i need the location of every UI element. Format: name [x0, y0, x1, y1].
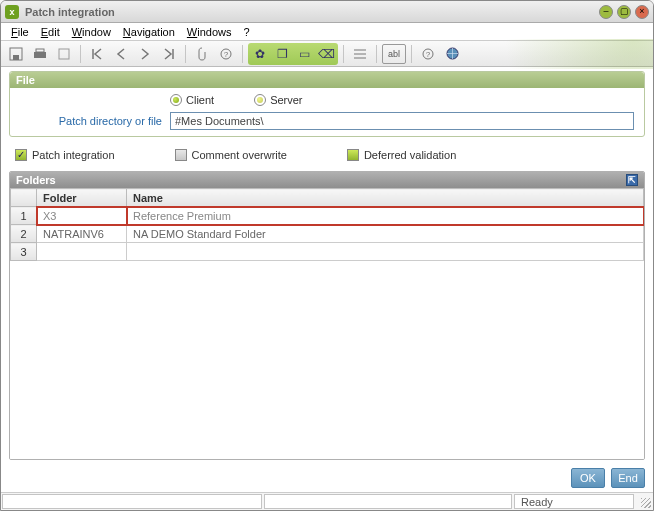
svg-rect-1 — [13, 55, 19, 60]
globe-icon[interactable] — [441, 44, 463, 64]
toolbar-active-group: ✿ ❐ ▭ ⌫ — [248, 43, 338, 65]
save-icon[interactable] — [5, 44, 27, 64]
minimize-button[interactable]: – — [599, 5, 613, 19]
col-folder[interactable]: Folder — [37, 189, 127, 207]
ok-button[interactable]: OK — [571, 468, 605, 488]
last-icon[interactable] — [158, 44, 180, 64]
radio-client-label: Client — [186, 94, 214, 106]
check-deferred-validation[interactable]: Deferred validation — [347, 149, 456, 161]
folders-panel: Folders ⇱ Folder Name 1 X3 — [9, 171, 645, 460]
svg-rect-3 — [36, 49, 44, 52]
next-icon[interactable] — [134, 44, 156, 64]
radio-client[interactable]: Client — [170, 94, 214, 106]
svg-text:?: ? — [224, 50, 229, 59]
col-name[interactable]: Name — [127, 189, 644, 207]
footer: OK End — [1, 464, 653, 492]
titlebar: x Patch integration – ▢ × — [1, 1, 653, 23]
checkbox-checked-icon — [347, 149, 359, 161]
list-icon[interactable] — [349, 44, 371, 64]
cell-name[interactable] — [127, 243, 644, 261]
info-help-icon[interactable]: ? — [417, 44, 439, 64]
close-button[interactable]: × — [635, 5, 649, 19]
path-input[interactable] — [170, 112, 634, 130]
menu-file[interactable]: File — [7, 25, 33, 39]
app-icon: x — [5, 5, 19, 19]
table-row[interactable]: 3 — [11, 243, 644, 261]
table-row[interactable]: 1 X3 Reference Premium — [11, 207, 644, 225]
menu-window[interactable]: Window — [68, 25, 115, 39]
help-icon[interactable]: ? — [215, 44, 237, 64]
checkbox-unchecked-icon — [175, 149, 187, 161]
status-left — [2, 494, 262, 509]
cell-folder[interactable]: NATRAINV6 — [37, 225, 127, 243]
status-ready: Ready — [514, 494, 634, 509]
checkbox-checked-icon: ✓ — [15, 149, 27, 161]
radio-server[interactable]: Server — [254, 94, 302, 106]
folders-panel-header: Folders ⇱ — [10, 172, 644, 188]
status-mid — [264, 494, 512, 509]
export-icon[interactable] — [53, 44, 75, 64]
folders-grid-wrap: Folder Name 1 X3 Reference Premium 2 NAT… — [10, 188, 644, 459]
print-icon[interactable] — [29, 44, 51, 64]
menu-navigation[interactable]: Navigation — [119, 25, 179, 39]
toolbar: ? ✿ ❐ ▭ ⌫ abl ? — [1, 41, 653, 67]
file-panel-header: File — [10, 72, 644, 88]
check-comment-overwrite[interactable]: Comment overwrite — [175, 149, 287, 161]
radio-dot-unchecked-icon — [254, 94, 266, 106]
window-buttons: – ▢ × — [599, 5, 649, 19]
window-stack-icon[interactable]: ❐ — [271, 44, 293, 64]
statusbar: Ready — [1, 492, 653, 510]
folders-grid: Folder Name 1 X3 Reference Premium 2 NAT… — [10, 188, 644, 261]
destination-radio-group: Client Server — [170, 94, 634, 106]
first-icon[interactable] — [86, 44, 108, 64]
grid-header-row: Folder Name — [11, 189, 644, 207]
table-row[interactable]: 2 NATRAINV6 NA DEMO Standard Folder — [11, 225, 644, 243]
radio-server-label: Server — [270, 94, 302, 106]
radio-dot-checked-icon — [170, 94, 182, 106]
document-icon[interactable]: ▭ — [293, 44, 315, 64]
check-patch-integration[interactable]: ✓ Patch integration — [15, 149, 115, 161]
menu-edit[interactable]: Edit — [37, 25, 64, 39]
col-rownum[interactable] — [11, 189, 37, 207]
clover-icon[interactable]: ✿ — [249, 44, 271, 64]
path-label: Patch directory or file — [20, 115, 170, 127]
maximize-button[interactable]: ▢ — [617, 5, 631, 19]
cell-name[interactable]: Reference Premium — [127, 207, 644, 225]
path-row: Patch directory or file — [20, 112, 634, 130]
file-panel: File Client Server Patch directory or fi… — [9, 71, 645, 137]
svg-rect-2 — [34, 52, 46, 58]
cell-name[interactable]: NA DEMO Standard Folder — [127, 225, 644, 243]
prev-icon[interactable] — [110, 44, 132, 64]
content-area: File Client Server Patch directory or fi… — [1, 67, 653, 464]
cell-folder[interactable]: X3 — [37, 207, 127, 225]
window-title: Patch integration — [25, 6, 599, 18]
options-row: ✓ Patch integration Comment overwrite De… — [9, 145, 645, 165]
attach-icon[interactable] — [191, 44, 213, 64]
svg-rect-4 — [59, 49, 69, 59]
cell-folder[interactable] — [37, 243, 127, 261]
end-button[interactable]: End — [611, 468, 645, 488]
text-label-icon[interactable]: abl — [382, 44, 406, 64]
app-window: x Patch integration – ▢ × File Edit Wind… — [0, 0, 654, 511]
menubar: File Edit Window Navigation Windows ? — [1, 23, 653, 41]
svg-text:?: ? — [426, 50, 431, 59]
menu-help[interactable]: ? — [240, 25, 254, 39]
erase-icon[interactable]: ⌫ — [315, 44, 337, 64]
resize-grip-icon[interactable] — [635, 493, 653, 510]
panel-expand-icon[interactable]: ⇱ — [626, 174, 638, 186]
menu-windows[interactable]: Windows — [183, 25, 236, 39]
